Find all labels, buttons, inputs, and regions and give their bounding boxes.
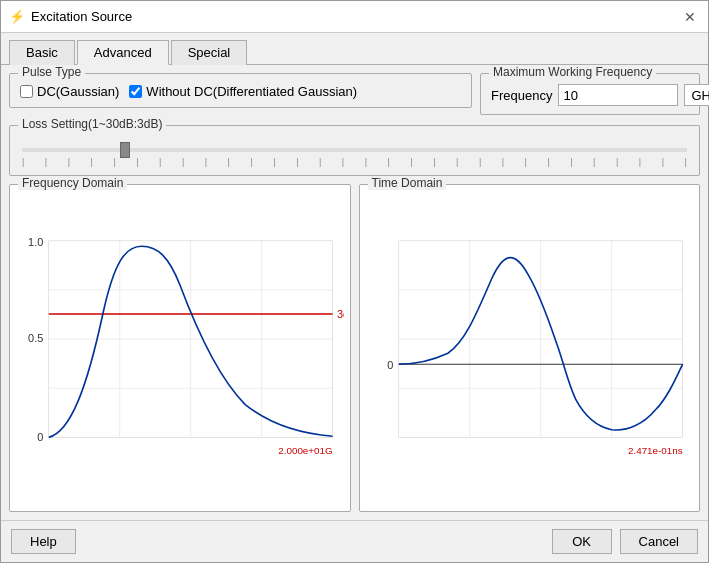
footer: Help OK Cancel [1, 520, 708, 562]
title-bar-left: ⚡ Excitation Source [9, 9, 132, 25]
content-area: Pulse Type DC(Gaussian) Without DC(Diffe… [1, 65, 708, 520]
pulse-type-title: Pulse Type [18, 65, 85, 79]
loss-setting-group: Loss Setting(1~30dB:3dB) ||||| ||||| |||… [9, 125, 700, 176]
svg-text:0.5: 0.5 [28, 332, 43, 344]
window-icon: ⚡ [9, 9, 25, 25]
frequency-input[interactable] [558, 84, 678, 106]
max-frequency-group: Maximum Working Frequency Frequency GHz … [480, 73, 700, 115]
svg-text:2.471e-01ns: 2.471e-01ns [628, 445, 683, 456]
time-domain-svg: 0 2.471e-01ns [366, 195, 694, 505]
time-domain-title: Time Domain [368, 176, 447, 190]
pulse-type-group: Pulse Type DC(Gaussian) Without DC(Diffe… [9, 73, 472, 108]
time-domain-area: 0 2.471e-01ns [366, 195, 694, 505]
title-bar: ⚡ Excitation Source ✕ [1, 1, 708, 33]
dc-gaussian-label[interactable]: DC(Gaussian) [20, 84, 119, 99]
dc-gaussian-text: DC(Gaussian) [37, 84, 119, 99]
frequency-row: Frequency GHz MHz [491, 84, 689, 106]
svg-text:1.0: 1.0 [28, 236, 43, 248]
help-button[interactable]: Help [11, 529, 76, 554]
pulse-type-row: DC(Gaussian) Without DC(Differentiated G… [20, 84, 461, 99]
tab-special[interactable]: Special [171, 40, 248, 65]
slider-container: ||||| ||||| ||||| ||||| ||||| ||||| [20, 140, 689, 167]
time-domain-chart: Time Domain [359, 184, 701, 512]
frequency-domain-title: Frequency Domain [18, 176, 127, 190]
frequency-domain-chart: Frequency Domain [9, 184, 351, 512]
tab-basic[interactable]: Basic [9, 40, 75, 65]
slider-ticks: ||||| ||||| ||||| ||||| ||||| ||||| [22, 157, 687, 167]
ok-button[interactable]: OK [552, 529, 612, 554]
footer-right: OK Cancel [552, 529, 698, 554]
frequency-label: Frequency [491, 88, 552, 103]
svg-text:3dB: 3dB [337, 308, 344, 320]
frequency-unit-select[interactable]: GHz MHz [684, 84, 709, 106]
tab-bar: Basic Advanced Special [1, 33, 708, 65]
without-dc-text: Without DC(Differentiated Gaussian) [146, 84, 357, 99]
max-frequency-title: Maximum Working Frequency [489, 65, 656, 79]
without-dc-checkbox[interactable] [129, 85, 142, 98]
window-title: Excitation Source [31, 9, 132, 24]
top-row: Pulse Type DC(Gaussian) Without DC(Diffe… [9, 73, 700, 115]
loss-setting-title: Loss Setting(1~30dB:3dB) [18, 117, 166, 131]
close-button[interactable]: ✕ [680, 7, 700, 27]
tab-advanced[interactable]: Advanced [77, 40, 169, 65]
frequency-domain-area: 1.0 0.5 0 3dB 2.000e+01G [16, 195, 344, 505]
svg-text:0: 0 [387, 359, 393, 371]
loss-slider[interactable] [22, 148, 687, 152]
cancel-button[interactable]: Cancel [620, 529, 698, 554]
main-window: ⚡ Excitation Source ✕ Basic Advanced Spe… [0, 0, 709, 563]
without-dc-label[interactable]: Without DC(Differentiated Gaussian) [129, 84, 357, 99]
frequency-domain-svg: 1.0 0.5 0 3dB 2.000e+01G [16, 195, 344, 505]
svg-text:0: 0 [37, 431, 43, 443]
dc-gaussian-checkbox[interactable] [20, 85, 33, 98]
charts-row: Frequency Domain [9, 184, 700, 512]
svg-text:2.000e+01G: 2.000e+01G [278, 445, 332, 456]
